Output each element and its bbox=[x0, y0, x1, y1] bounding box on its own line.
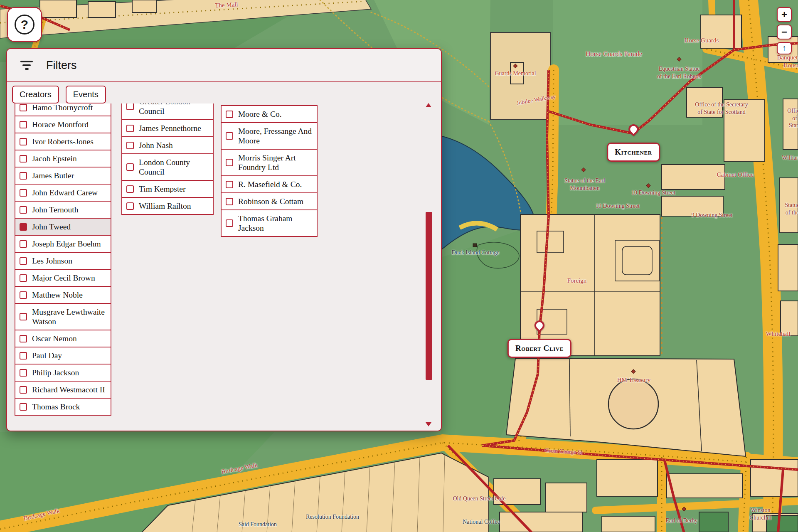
checkbox-icon bbox=[20, 240, 27, 248]
checkbox-icon bbox=[126, 142, 134, 149]
checkbox-icon bbox=[20, 352, 27, 360]
filter-option[interactable]: Jacob Epstein bbox=[15, 150, 111, 167]
filter-option-label: London County Council bbox=[139, 158, 209, 177]
filter-option[interactable]: Major Cecil Brown bbox=[15, 269, 111, 287]
zoom-out-button[interactable]: − bbox=[777, 25, 792, 39]
filter-option-label: Les Johnson bbox=[32, 256, 72, 266]
question-mark-icon: ? bbox=[15, 15, 34, 34]
filter-option[interactable]: Richard Westmacott II bbox=[15, 381, 111, 399]
filter-option-label: John Ternouth bbox=[32, 205, 78, 214]
filter-option[interactable]: James Pennethorne bbox=[121, 119, 214, 137]
map-marker-label[interactable]: Kitchener bbox=[607, 143, 660, 162]
filter-option-label: Morris Singer Art Foundry Ltd bbox=[238, 153, 313, 172]
checkbox-icon bbox=[20, 172, 27, 180]
scrollbar-thumb[interactable] bbox=[426, 212, 432, 380]
checkbox-icon bbox=[226, 111, 233, 118]
filter-option[interactable]: John Edward Carew bbox=[15, 184, 111, 202]
filter-option[interactable]: Matthew Noble bbox=[15, 286, 111, 304]
checkbox-icon bbox=[126, 185, 134, 193]
filter-option-label: William Railton bbox=[139, 201, 191, 211]
filter-option[interactable]: Moore & Co. bbox=[221, 105, 318, 123]
filter-option[interactable]: Thomas Graham Jackson bbox=[221, 209, 318, 237]
reset-north-button[interactable]: ↑ bbox=[777, 42, 792, 54]
filter-option[interactable]: Paul Day bbox=[15, 347, 111, 365]
filter-option-label: Oscar Nemon bbox=[32, 334, 77, 343]
zoom-controls: + − ↑ bbox=[777, 7, 792, 54]
filter-option[interactable]: Philip Jackson bbox=[15, 364, 111, 382]
filter-option-label: James Pennethorne bbox=[139, 123, 201, 133]
filter-option[interactable]: John Tweed bbox=[15, 218, 111, 236]
filter-option[interactable]: Oscar Nemon bbox=[15, 330, 111, 347]
filter-option[interactable]: Horace Montford bbox=[15, 116, 111, 133]
zoom-in-button[interactable]: + bbox=[777, 7, 792, 22]
filter-option[interactable]: R. Masefield & Co. bbox=[221, 175, 318, 193]
filter-option[interactable]: Tim Kempster bbox=[121, 180, 214, 198]
filter-option-label: Moore & Co. bbox=[238, 109, 282, 119]
filter-option-label: Moore, Fressange And Moore bbox=[238, 126, 313, 145]
filter-option[interactable]: Ivor Roberts-Jones bbox=[15, 133, 111, 150]
checkbox-icon bbox=[20, 369, 27, 377]
filter-option[interactable]: Musgrave Lewthwaite Watson bbox=[15, 303, 111, 330]
filter-option-label: Ivor Roberts-Jones bbox=[32, 137, 94, 146]
filter-option-label: Thomas Brock bbox=[32, 402, 80, 411]
checkbox-icon bbox=[126, 125, 134, 132]
filter-option[interactable]: John Nash bbox=[121, 136, 214, 154]
checkbox-icon bbox=[20, 155, 27, 163]
filter-option-label: Major Cecil Brown bbox=[32, 273, 95, 283]
checkbox-icon bbox=[20, 313, 27, 320]
filter-column: Greater London CouncilJames PennethorneJ… bbox=[121, 103, 214, 430]
checkbox-icon bbox=[20, 206, 27, 214]
checkbox-icon bbox=[226, 219, 233, 227]
filter-column: Moore & Co.Moore, Fressange And MooreMor… bbox=[221, 103, 318, 430]
filter-option[interactable]: Les Johnson bbox=[15, 252, 111, 270]
filter-option-label: Paul Day bbox=[32, 351, 62, 360]
tab-events[interactable]: Events bbox=[66, 86, 106, 103]
filter-option[interactable]: Joseph Edgar Boehm bbox=[15, 235, 111, 253]
filter-option[interactable]: London County Council bbox=[121, 153, 214, 181]
checkbox-icon bbox=[126, 103, 134, 110]
filter-option[interactable]: Greater London Council bbox=[121, 103, 214, 120]
checkbox-icon bbox=[226, 181, 233, 188]
filters-title: Filters bbox=[46, 59, 77, 72]
map-pin-icon bbox=[626, 122, 640, 136]
filter-option[interactable]: Hamo Thornycroft bbox=[15, 103, 111, 116]
filters-tabs: CreatorsEvents bbox=[12, 86, 106, 103]
scroll-up-arrow[interactable] bbox=[426, 103, 431, 107]
map-marker-label[interactable]: Robert Clive bbox=[507, 339, 571, 358]
filters-header: Filters bbox=[7, 49, 441, 82]
checkbox-icon bbox=[20, 257, 27, 265]
filter-option-label: Richard Westmacott II bbox=[32, 385, 105, 394]
checkbox-icon bbox=[126, 163, 134, 171]
checkbox-icon bbox=[20, 189, 27, 197]
filters-list: Hamo ThornycroftHorace MontfordIvor Robe… bbox=[15, 103, 424, 430]
filter-option-label: Philip Jackson bbox=[32, 368, 79, 377]
filter-option-label: Matthew Noble bbox=[32, 290, 83, 300]
filter-option-label: Thomas Graham Jackson bbox=[238, 214, 313, 233]
help-button[interactable]: ? bbox=[7, 7, 42, 42]
filter-option-label: Jacob Epstein bbox=[32, 154, 77, 163]
filters-panel: Filters CreatorsEvents Hamo ThornycroftH… bbox=[6, 48, 442, 431]
filter-option[interactable]: John Ternouth bbox=[15, 201, 111, 219]
checkbox-icon bbox=[20, 104, 27, 111]
filter-option-label: Greater London Council bbox=[139, 103, 209, 116]
checkbox-icon bbox=[20, 403, 27, 411]
filter-option[interactable]: Thomas Brock bbox=[15, 398, 111, 416]
filter-option-label: R. Masefield & Co. bbox=[238, 180, 302, 189]
filter-option[interactable]: James Butler bbox=[15, 167, 111, 185]
filter-option[interactable]: William Railton bbox=[121, 197, 214, 215]
filter-option[interactable]: Moore, Fressange And Moore bbox=[221, 122, 318, 150]
checkbox-icon bbox=[20, 138, 27, 145]
filter-option-label: John Tweed bbox=[32, 222, 71, 232]
filter-column: Hamo ThornycroftHorace MontfordIvor Robe… bbox=[15, 103, 111, 430]
filter-option[interactable]: Robinson & Cottam bbox=[221, 192, 318, 210]
filter-option-label: James Butler bbox=[32, 171, 74, 180]
checkbox-icon bbox=[20, 386, 27, 394]
filter-option-label: Horace Montford bbox=[32, 120, 89, 129]
filter-option-label: John Edward Carew bbox=[32, 188, 98, 197]
filter-icon[interactable] bbox=[20, 61, 33, 70]
filter-option-label: Tim Kempster bbox=[139, 184, 186, 194]
scroll-down-arrow[interactable] bbox=[426, 422, 431, 426]
tab-creators[interactable]: Creators bbox=[12, 86, 59, 103]
checkbox-icon bbox=[226, 159, 233, 166]
filter-option[interactable]: Morris Singer Art Foundry Ltd bbox=[221, 149, 318, 176]
